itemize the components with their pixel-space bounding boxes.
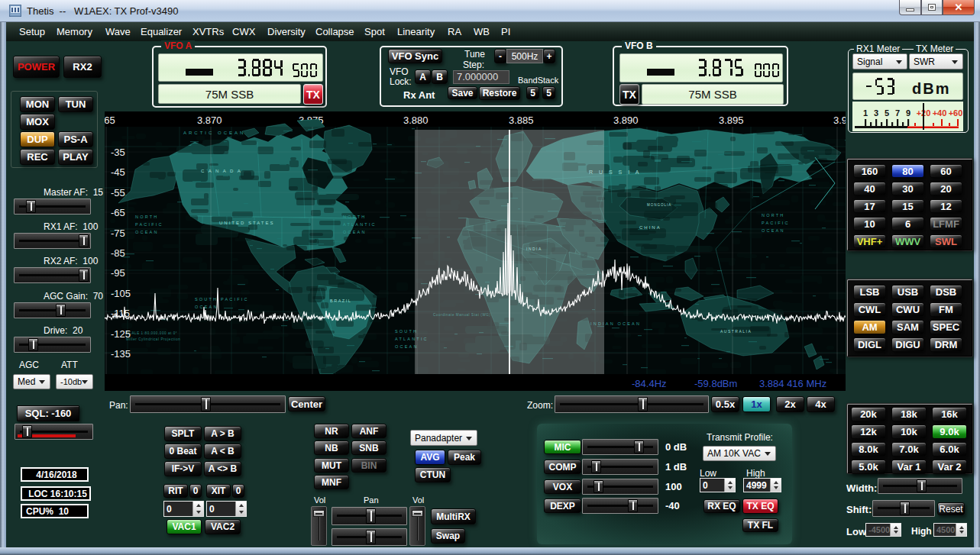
svg-text:+40: +40 — [933, 108, 947, 118]
svg-text:NORTH: NORTH — [135, 215, 158, 219]
svg-text:OCEAN: OCEAN — [135, 230, 159, 234]
svg-text:7: 7 — [895, 108, 900, 118]
svg-text:ARCTIC OCEAN: ARCTIC OCEAN — [183, 131, 245, 135]
svg-text:3: 3 — [874, 108, 878, 118]
svg-text:NORTH: NORTH — [343, 215, 366, 219]
svg-text:PACIFIC: PACIFIC — [762, 221, 790, 225]
svg-text:ATLANTIC: ATLANTIC — [343, 222, 377, 227]
svg-text:OCEAN: OCEAN — [395, 344, 419, 349]
svg-text:5: 5 — [885, 108, 889, 118]
svg-text:UNITED STATES: UNITED STATES — [219, 221, 274, 225]
svg-text:OCEAN: OCEAN — [762, 228, 785, 233]
svg-text:9: 9 — [906, 108, 910, 118]
svg-text:OCEAN: OCEAN — [195, 305, 218, 309]
svg-text:1: 1 — [863, 108, 868, 118]
svg-text:BRAZIL: BRAZIL — [330, 298, 351, 303]
svg-text:+60: +60 — [949, 108, 963, 118]
svg-text:PACIFIC: PACIFIC — [135, 222, 163, 227]
svg-text:C A N A D A: C A N A D A — [201, 169, 242, 173]
svg-text:SOUTH: SOUTH — [395, 329, 418, 334]
svg-text:AUSTRALIA: AUSTRALIA — [720, 329, 752, 334]
svg-text:dBm: dBm — [912, 80, 950, 97]
svg-text:SOUTH PACIFIC: SOUTH PACIFIC — [195, 297, 249, 302]
svg-text:Miller Cylindrical Projectio: Miller Cylindrical Projection — [126, 337, 180, 341]
svg-text:MONGOLIA: MONGOLIA — [647, 203, 671, 207]
svg-text:OCEAN: OCEAN — [343, 230, 367, 234]
svg-text:NORTH: NORTH — [762, 213, 784, 218]
